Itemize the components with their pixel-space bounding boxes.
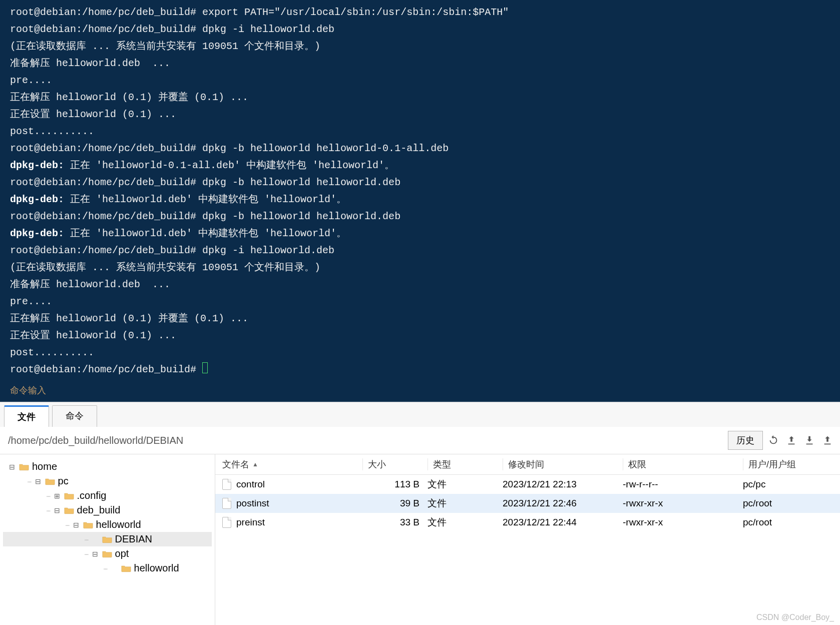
download-icon[interactable] [804, 435, 815, 446]
file-panel: 文件 命令 /home/pc/deb_build/helloworld/DEBI… [0, 402, 840, 625]
terminal-line: dpkg-deb: 正在 'helloworld.deb' 中构建软件包 'he… [10, 225, 830, 242]
tree-connector: ···· [65, 521, 69, 529]
terminal-line: root@debian:/home/pc/deb_build# dpkg -i … [10, 242, 830, 259]
upload-icon[interactable] [786, 435, 797, 446]
cell-type: 文件 [428, 497, 503, 510]
terminal-line: 准备解压 helloworld.deb ... [10, 55, 830, 72]
sort-asc-icon: ▲ [252, 461, 258, 468]
cell-name: postinst [222, 498, 362, 509]
tree-node[interactable]: ····⊟helloworld [3, 517, 212, 532]
terminal-line: 正在解压 helloworld (0.1) 并覆盖 (0.1) ... [10, 310, 830, 327]
file-list-header[interactable]: 文件名▲ 大小 类型 修改时间 权限 用户/用户组 [215, 454, 840, 475]
terminal-line: root@debian:/home/pc/deb_build# dpkg -b … [10, 140, 830, 157]
cell-owner: pc/pc [743, 479, 840, 490]
col-perm[interactable]: 权限 [623, 458, 743, 470]
terminal-line: root@debian:/home/pc/deb_build# dpkg -b … [10, 174, 830, 191]
toolbar-icons [768, 435, 833, 446]
refresh-icon[interactable] [768, 435, 779, 446]
tree-node-label: helloworld [134, 562, 179, 574]
terminal-output[interactable]: root@debian:/home/pc/deb_build# export P… [0, 0, 840, 381]
cell-perm: -rwxr-xr-x [623, 498, 743, 509]
col-name[interactable]: 文件名▲ [222, 458, 362, 470]
path-bar: /home/pc/deb_build/helloworld/DEBIAN 历史 [0, 427, 840, 454]
tree-expander-icon[interactable]: ⊟ [91, 550, 99, 558]
terminal-line: (正在读取数据库 ... 系统当前共安装有 109051 个文件和目录。) [10, 38, 830, 55]
tree-expander-icon[interactable]: ⊟ [72, 521, 80, 529]
cell-mtime: 2023/12/21 22:46 [503, 498, 623, 509]
tree-node[interactable]: ····⊟opt [3, 546, 212, 561]
cell-size: 113 B [362, 479, 428, 490]
cell-size: 33 B [362, 517, 428, 528]
col-mtime[interactable]: 修改时间 [503, 458, 623, 470]
terminal-line: root@debian:/home/pc/deb_build# dpkg -i … [10, 21, 830, 38]
tree-node-label: DEBIAN [115, 533, 152, 545]
tree-node-label: deb_build [77, 504, 121, 516]
tree-expander-icon[interactable]: ⊟ [34, 477, 42, 485]
terminal-line: (正在读取数据库 ... 系统当前共安装有 109051 个文件和目录。) [10, 259, 830, 276]
cell-size: 39 B [362, 498, 428, 509]
tree-connector: ···· [103, 564, 107, 572]
directory-tree[interactable]: ⊟home····⊟pc····⊞.config····⊟deb_build··… [0, 454, 215, 625]
tree-node-label: helloworld [96, 519, 141, 530]
cell-name: preinst [222, 517, 362, 528]
tree-connector: ···· [84, 535, 88, 543]
terminal-line: root@debian:/home/pc/deb_build# [10, 361, 830, 378]
command-input-label[interactable]: 命令输入 [0, 381, 840, 402]
cell-type: 文件 [428, 478, 503, 491]
watermark: CSDN @Coder_Boy_ [756, 613, 834, 622]
file-icon [222, 517, 231, 528]
tab-file[interactable]: 文件 [4, 405, 49, 427]
tree-node-label: opt [115, 548, 129, 559]
terminal-line: 正在设置 helloworld (0.1) ... [10, 106, 830, 123]
folder-icon [121, 564, 131, 572]
terminal-line: 准备解压 helloworld.deb ... [10, 276, 830, 293]
terminal-line: dpkg-deb: 正在 'helloworld-0.1-all.deb' 中构… [10, 157, 830, 174]
tree-expander-icon[interactable]: ⊟ [8, 463, 16, 471]
cell-perm: -rw-r--r-- [623, 479, 743, 490]
folder-icon [64, 492, 74, 500]
folder-icon [64, 506, 74, 514]
tree-node[interactable]: ····⊟deb_build [3, 503, 212, 517]
table-row[interactable]: control113 B文件2023/12/21 22:13-rw-r--r--… [215, 475, 840, 494]
tree-node[interactable]: ····helloworld [3, 561, 212, 575]
terminal-line: pre.... [10, 72, 830, 89]
folder-icon [102, 550, 112, 558]
tree-node-label: .config [77, 490, 107, 501]
file-icon [222, 498, 231, 509]
tree-expander-icon[interactable]: ⊟ [53, 506, 61, 514]
file-icon [222, 479, 231, 490]
terminal-line: root@debian:/home/pc/deb_build# export P… [10, 4, 830, 21]
table-row[interactable]: postinst39 B文件2023/12/21 22:46-rwxr-xr-x… [215, 494, 840, 513]
tree-node[interactable]: ⊟home [3, 459, 212, 474]
folder-icon [45, 477, 55, 485]
terminal-cursor [202, 362, 208, 373]
tree-connector: ···· [27, 477, 31, 485]
cell-owner: pc/root [743, 517, 840, 528]
tab-command[interactable]: 命令 [52, 405, 97, 427]
cell-perm: -rwxr-xr-x [623, 517, 743, 528]
folder-icon [19, 463, 29, 471]
tree-expander-icon[interactable]: ⊞ [53, 492, 61, 500]
tree-node[interactable]: ····DEBIAN [3, 532, 212, 546]
cell-name: control [222, 479, 362, 490]
col-type[interactable]: 类型 [428, 458, 503, 470]
tree-node-label: pc [58, 475, 69, 487]
folder-icon [83, 521, 93, 529]
col-size[interactable]: 大小 [362, 458, 428, 470]
terminal-line: post.......... [10, 344, 830, 361]
cell-owner: pc/root [743, 498, 840, 509]
terminal-line: 正在设置 helloworld (0.1) ... [10, 327, 830, 344]
history-button[interactable]: 历史 [728, 431, 763, 450]
table-row[interactable]: preinst33 B文件2023/12/21 22:44-rwxr-xr-xp… [215, 513, 840, 532]
terminal-line: pre.... [10, 293, 830, 310]
tree-node[interactable]: ····⊞.config [3, 488, 212, 503]
terminal-line: root@debian:/home/pc/deb_build# dpkg -b … [10, 208, 830, 225]
terminal-line: 正在解压 helloworld (0.1) 并覆盖 (0.1) ... [10, 89, 830, 106]
tree-node[interactable]: ····⊟pc [3, 474, 212, 488]
path-input[interactable]: /home/pc/deb_build/helloworld/DEBIAN [7, 433, 723, 448]
upload-alt-icon[interactable] [822, 435, 833, 446]
tree-connector: ···· [46, 492, 50, 500]
terminal-line: dpkg-deb: 正在 'helloworld.deb' 中构建软件包 'he… [10, 191, 830, 208]
col-owner[interactable]: 用户/用户组 [743, 458, 840, 470]
cell-mtime: 2023/12/21 22:13 [503, 479, 623, 490]
